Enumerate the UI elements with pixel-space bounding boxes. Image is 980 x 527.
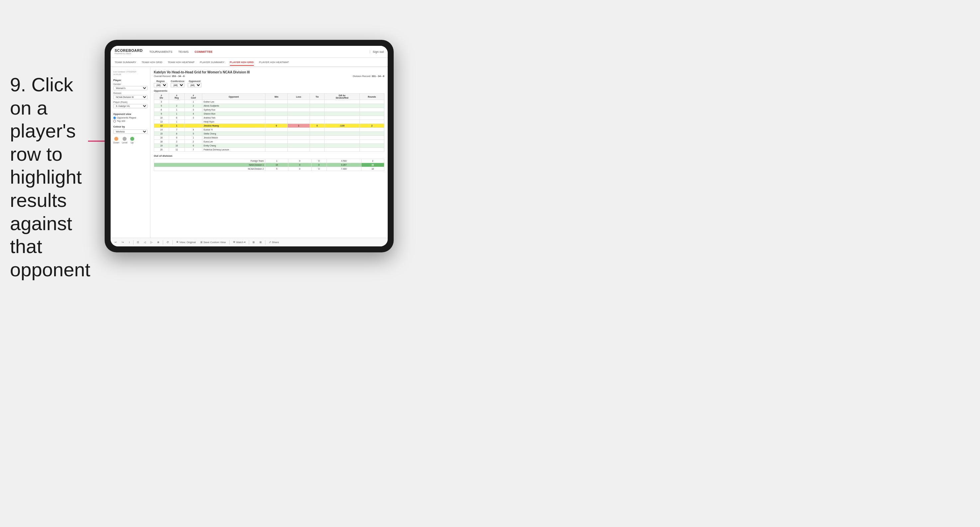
- layout-button-2[interactable]: ⊞: [258, 240, 263, 244]
- redo-button[interactable]: ↪: [120, 240, 125, 244]
- prev-button[interactable]: ◁: [143, 240, 147, 244]
- cell-reg: 1: [169, 124, 185, 128]
- selected-table-row[interactable]: 13 1 Jessica Huang 0 1 0 -3.00 2: [154, 124, 384, 128]
- division-label: Division: [113, 92, 148, 94]
- colour-up: Up: [130, 137, 134, 144]
- timer-button[interactable]: ⏱: [165, 240, 170, 244]
- cell-diff: 9.267: [326, 163, 361, 167]
- cell-opponent: Heeji Hyun: [202, 120, 266, 124]
- reset-button[interactable]: ↕: [127, 240, 131, 244]
- cell-opponent: Euna Lee: [202, 140, 266, 144]
- cell-diff: 7.400: [326, 167, 361, 171]
- layout-button-1[interactable]: ⊞: [251, 240, 256, 244]
- conference-filter-select[interactable]: (All): [171, 83, 185, 87]
- opponent-filter-select[interactable]: (All): [188, 83, 201, 87]
- top-100-label: Top 100: [117, 120, 125, 122]
- logo-text: SCOREBOARD: [115, 49, 143, 52]
- table-row[interactable]: 3 1 Esther Lee: [154, 100, 384, 104]
- subnav-player-summary[interactable]: PLAYER SUMMARY: [200, 59, 224, 66]
- table-row[interactable]: 16 9 1 Jessica Mason: [154, 136, 384, 140]
- subnav-player-h2h-grid[interactable]: PLAYER H2H GRID: [230, 59, 254, 66]
- cell-rounds: [360, 100, 384, 104]
- view-original-button[interactable]: 👁 View: Original: [175, 240, 197, 244]
- conference-filter-label: Conference: [171, 80, 185, 83]
- table-row[interactable]: 13 1 Heeji Hyun: [154, 120, 384, 124]
- cell-tie: 0: [311, 159, 326, 163]
- division-select[interactable]: NCAA Division III: [113, 95, 148, 99]
- cell-reg: 1: [169, 112, 185, 116]
- colour-by-select[interactable]: Win/loss: [113, 130, 148, 134]
- table-row[interactable]: 15 8 5 Stella Cheng: [154, 132, 384, 136]
- out-of-division-table: Foreign Team 1 0 0 4.500 2 NAIA Division…: [154, 159, 384, 171]
- table-row[interactable]: Foreign Team 1 0 0 4.500 2: [154, 159, 384, 163]
- cell-tie: [310, 108, 325, 112]
- cell-tie: [310, 128, 325, 132]
- cell-opponent: Esther Lee: [202, 100, 266, 104]
- table-row[interactable]: 20 11 7 Federica Domecq Lacroze: [154, 148, 384, 152]
- conference-filter-group: Conference (All): [171, 80, 185, 87]
- cell-div: 3: [154, 100, 169, 104]
- player-rank-label: Player (Rank): [113, 101, 148, 103]
- table-row[interactable]: 18 2 2 Euna Lee: [154, 140, 384, 144]
- nav-teams[interactable]: TEAMS: [178, 49, 189, 54]
- toolbar-divider-6: [265, 240, 266, 245]
- save-custom-view-button[interactable]: ⊞ Save Custom View: [199, 240, 227, 244]
- nav-committee[interactable]: COMMITTEE: [195, 49, 213, 54]
- table-row[interactable]: 19 10 6 Emily Chang: [154, 144, 384, 148]
- undo-button[interactable]: ↩: [113, 240, 118, 244]
- cell-loss: [288, 112, 310, 116]
- cell-diff: [325, 100, 360, 104]
- nav-tournaments[interactable]: TOURNAMENTS: [149, 49, 172, 54]
- subnav-team-summary[interactable]: TEAM SUMMARY: [115, 59, 136, 66]
- table-row[interactable]: NAIA Division 1 15 0 0 9.267 30: [154, 163, 384, 167]
- table-row[interactable]: 14 7 4 Eunice Yi: [154, 128, 384, 132]
- cell-conf: 7: [185, 148, 202, 152]
- cell-conf: 1: [185, 136, 202, 140]
- cell-loss: 1: [288, 124, 310, 128]
- share-label: Share: [272, 241, 279, 244]
- tablet-frame: SCOREBOARD Powered by clippd TOURNAMENTS…: [105, 40, 394, 252]
- colour-up-dot: [130, 137, 134, 141]
- cell-conf: 3: [185, 116, 202, 120]
- colour-down: Down: [113, 137, 119, 144]
- cell-div: 18: [154, 140, 169, 144]
- region-filter-select[interactable]: (All): [154, 83, 167, 87]
- share-button[interactable]: ↗ Share: [267, 240, 280, 244]
- cell-loss: [288, 136, 310, 140]
- table-row[interactable]: 10 6 3 Andrea York: [154, 116, 384, 120]
- cell-tie: [310, 148, 325, 152]
- cell-rounds: 2: [360, 124, 384, 128]
- cell-reg: 2: [169, 140, 185, 144]
- add-button[interactable]: ⊕: [156, 240, 161, 244]
- sign-out-button[interactable]: Sign out: [370, 50, 384, 54]
- cell-win: 0: [266, 124, 288, 128]
- cell-conf: 2: [185, 104, 202, 108]
- subnav-team-h2h-grid[interactable]: TEAM H2H GRID: [142, 59, 162, 66]
- cell-rounds: [360, 128, 384, 132]
- subnav-player-h2h-heatmap[interactable]: PLAYER H2H HEATMAP: [259, 59, 289, 66]
- cell-diff: [325, 140, 360, 144]
- opponents-played-radio[interactable]: Opponents Played: [113, 117, 148, 119]
- next-button[interactable]: ▷: [149, 240, 154, 244]
- grid-button[interactable]: ⊡: [135, 240, 140, 244]
- cell-diff: [325, 112, 360, 116]
- colour-level-dot: [123, 137, 127, 141]
- cell-conf: [185, 120, 202, 124]
- cell-diff: [325, 132, 360, 136]
- table-row[interactable]: NCAA Division 2 5 0 0 7.400 10: [154, 167, 384, 171]
- top-100-radio[interactable]: Top 100: [113, 120, 148, 122]
- subnav-team-h2h-heatmap[interactable]: TEAM H2H HEATMAP: [168, 59, 195, 66]
- panel-records: Overall Record: 353 - 34 - 6 Division Re…: [154, 75, 384, 78]
- table-row[interactable]: 9 1 4 Sharon Mun: [154, 112, 384, 116]
- cell-win: [266, 116, 288, 120]
- table-row[interactable]: 6 1 3 Sydney Kuo: [154, 108, 384, 112]
- sidebar-timestamp: Last Updated: 27/03/2024 16:55:28: [113, 70, 148, 76]
- cell-win: [266, 108, 288, 112]
- gender-select[interactable]: Women's: [113, 86, 148, 90]
- table-row[interactable]: 5 2 2 Alexis Sudjianto: [154, 104, 384, 108]
- player-rank-select[interactable]: 8. Katelyn Vo: [113, 104, 148, 108]
- filter-row: Region (All) Conference (All) Opponent: [154, 80, 384, 87]
- cell-tie: [310, 116, 325, 120]
- division-record: Division Record: 331 - 34 - 6: [353, 75, 384, 78]
- watch-button[interactable]: 👁 Watch ▾: [232, 240, 247, 244]
